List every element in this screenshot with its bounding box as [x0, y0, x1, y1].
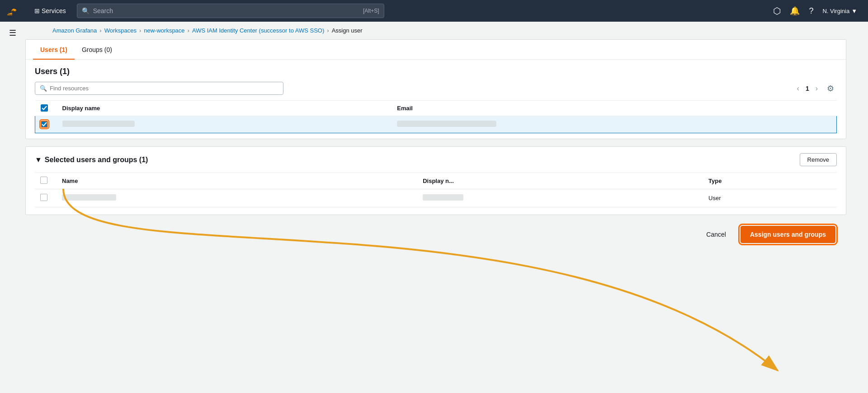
display-name-value: [62, 121, 135, 127]
col-email: Email: [392, 101, 836, 116]
next-page-button[interactable]: ›: [813, 84, 821, 94]
remove-button[interactable]: Remove: [800, 153, 837, 166]
page-number: 1: [806, 85, 809, 92]
selected-section: ▼ Selected users and groups (1) Remove: [25, 146, 846, 215]
prev-page-button[interactable]: ‹: [794, 84, 802, 94]
question-icon: ?: [809, 6, 813, 16]
selected-table-row[interactable]: User: [35, 189, 837, 207]
selected-title-text: Selected users and groups (1): [45, 156, 148, 164]
tab-users[interactable]: Users (1): [33, 40, 75, 60]
search-bar: 🔍 [Alt+S]: [77, 4, 384, 18]
bell-icon: 🔔: [790, 6, 800, 16]
find-resources-input[interactable]: [50, 85, 278, 92]
main-content: Users (1) Groups (0) Users (1) 🔍 ‹ 1: [25, 39, 857, 261]
email-value: [397, 121, 496, 127]
selected-header: ▼ Selected users and groups (1) Remove: [26, 147, 846, 173]
breadcrumb-sep-2: ›: [139, 27, 141, 34]
support-button[interactable]: ?: [805, 4, 817, 19]
services-label: Services: [42, 7, 66, 14]
search-icon: 🔍: [82, 7, 90, 14]
svg-text:aws: aws: [7, 13, 13, 16]
breadcrumb-workspaces[interactable]: Workspaces: [104, 27, 137, 34]
users-section-title: Users (1): [26, 60, 846, 82]
cancel-button[interactable]: Cancel: [699, 227, 733, 242]
top-nav: aws ⊞ Services 🔍 [Alt+S] ⬡ 🔔 ? N. Virgin…: [0, 0, 868, 22]
breadcrumb: Amazon Grafana › Workspaces › new-worksp…: [25, 22, 857, 39]
pagination-controls: ‹ 1 › ⚙: [794, 83, 837, 94]
breadcrumb-new-workspace[interactable]: new-workspace: [144, 27, 184, 34]
nav-right: ⬡ 🔔 ? N. Virginia ▼: [769, 3, 861, 19]
selected-row-checkbox[interactable]: [40, 194, 47, 201]
selected-col-name: Name: [57, 173, 417, 189]
breadcrumb-sep-4: ›: [327, 27, 329, 34]
region-label: N. Virginia: [822, 8, 849, 14]
grid-icon: ⊞: [34, 7, 40, 14]
selected-display-value: [423, 194, 463, 201]
selected-title: ▼ Selected users and groups (1): [35, 156, 148, 164]
selected-type-value: User: [703, 189, 837, 207]
selected-table: Name Display n... Type: [35, 173, 837, 207]
selected-table-wrap: Name Display n... Type: [26, 173, 846, 207]
breadcrumb-assign-user: Assign user: [332, 27, 363, 34]
search-shortcut: [Alt+S]: [363, 8, 379, 14]
tabs-bar: Users (1) Groups (0): [26, 40, 846, 60]
selected-name-value: [62, 194, 116, 201]
find-resources-bar: 🔍 ‹ 1 › ⚙: [26, 82, 846, 100]
selected-col-type: Type: [703, 173, 837, 189]
find-resources-container: 🔍: [35, 82, 283, 95]
table-row[interactable]: [35, 116, 837, 133]
assign-button[interactable]: Assign users and groups: [741, 226, 835, 243]
breadcrumb-amazon-grafana[interactable]: Amazon Grafana: [52, 27, 97, 34]
col-display-name: Display name: [57, 101, 392, 116]
find-resources-search-icon: 🔍: [40, 85, 47, 92]
selected-col-display: Display n...: [417, 173, 703, 189]
chevron-down-icon: ▼: [851, 8, 857, 14]
sidebar-toggle-button[interactable]: ☰: [0, 22, 25, 44]
select-all-selected-checkbox[interactable]: [40, 177, 47, 184]
users-table: Display name Email: [35, 100, 837, 133]
collapse-icon: ▼: [35, 156, 42, 164]
cloud-shell-icon: ⬡: [773, 5, 781, 16]
notifications-button[interactable]: 🔔: [786, 3, 803, 19]
breadcrumb-iam-identity[interactable]: AWS IAM Identity Center (successor to AW…: [192, 27, 324, 34]
tab-groups[interactable]: Groups (0): [75, 40, 119, 60]
table-settings-button[interactable]: ⚙: [824, 83, 837, 94]
users-table-wrap: Display name Email: [26, 100, 846, 133]
cloud-shell-button[interactable]: ⬡: [769, 3, 784, 19]
tabs-panel: Users (1) Groups (0) Users (1) 🔍 ‹ 1: [25, 39, 846, 139]
footer: Cancel Assign users and groups: [25, 219, 846, 250]
breadcrumb-sep-1: ›: [99, 27, 101, 34]
body-layout: ☰ Amazon Grafana › Workspaces › new-work…: [0, 22, 868, 261]
region-button[interactable]: N. Virginia ▼: [819, 6, 861, 16]
row-checkbox[interactable]: [41, 121, 48, 128]
services-button[interactable]: ⊞ Services: [31, 5, 70, 16]
search-input[interactable]: [93, 7, 359, 14]
select-all-checkbox[interactable]: [41, 104, 48, 112]
breadcrumb-sep-3: ›: [188, 27, 189, 34]
aws-logo: aws: [7, 5, 24, 16]
